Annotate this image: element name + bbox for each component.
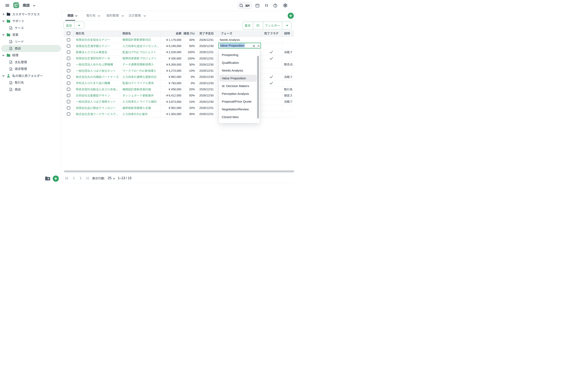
svg-text:1: 1 <box>18 3 19 5</box>
